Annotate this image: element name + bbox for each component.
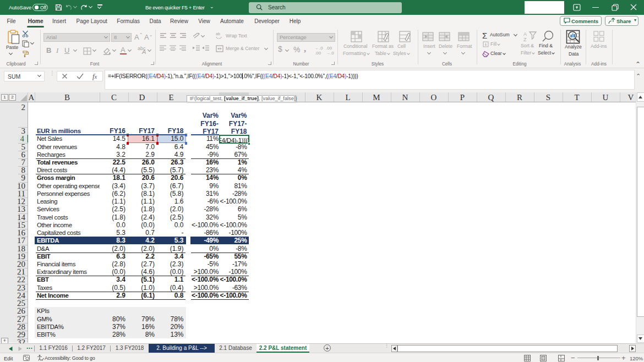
svg-text:Z: Z (523, 37, 527, 42)
svg-text:A: A (523, 31, 527, 37)
svg-text:ab: ab (216, 32, 220, 36)
